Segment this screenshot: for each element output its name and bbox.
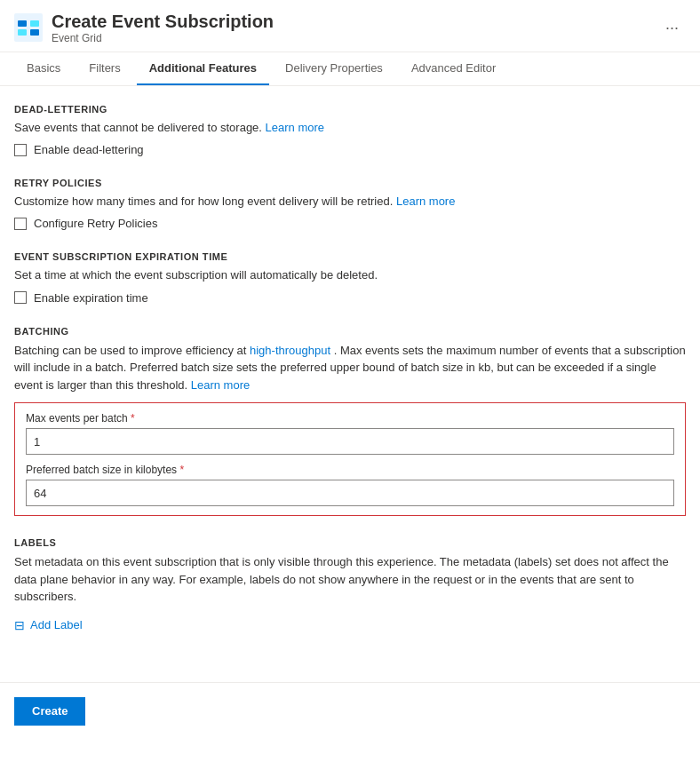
page-footer: Create [0, 682, 700, 740]
add-label-text: Add Label [30, 618, 83, 631]
batching-highlight: high-throughput [250, 344, 330, 357]
expiration-title: EVENT SUBSCRIPTION EXPIRATION TIME [14, 251, 686, 262]
retry-policies-learn-more[interactable]: Learn more [396, 194, 455, 208]
dead-lettering-checkbox-row: Enable dead-lettering [14, 143, 686, 156]
svg-rect-3 [18, 29, 27, 36]
retry-policies-title: RETRY POLICIES [14, 178, 686, 188]
expiration-desc: Set a time at which the event subscripti… [14, 267, 686, 283]
add-label-icon: ⊟ [14, 618, 25, 632]
more-options-button[interactable]: ··· [658, 15, 686, 41]
dead-lettering-checkbox[interactable] [14, 144, 27, 156]
retry-policies-checkbox-row: Configure Retry Policies [14, 217, 686, 230]
retry-policies-desc: Customize how many times and for how lon… [14, 194, 686, 210]
labels-section: LABELS Set metadata on this event subscr… [14, 537, 686, 636]
batching-title: BATCHING [14, 326, 686, 337]
tab-advanced-editor[interactable]: Advanced Editor [399, 52, 508, 85]
dead-lettering-section: DEAD-LETTERING Save events that cannot b… [14, 104, 686, 156]
batching-section: BATCHING Batching can be used to improve… [14, 326, 686, 517]
max-events-required: * [131, 412, 135, 425]
page-subtitle: Event Grid [52, 32, 658, 44]
dead-lettering-learn-more[interactable]: Learn more [266, 121, 324, 134]
batch-size-required: * [179, 464, 184, 476]
tab-additional-features[interactable]: Additional Features [137, 52, 269, 85]
dead-lettering-title: DEAD-LETTERING [14, 104, 686, 115]
retry-policies-checkbox[interactable] [14, 218, 27, 230]
svg-rect-1 [18, 20, 27, 27]
tab-delivery-properties[interactable]: Delivery Properties [273, 52, 395, 85]
expiration-checkbox-row: Enable expiration time [14, 291, 686, 305]
labels-desc: Set metadata on this event subscription … [14, 553, 686, 606]
expiration-checkbox[interactable] [14, 291, 27, 304]
max-events-label: Max events per batch * [26, 412, 674, 425]
svg-rect-4 [30, 29, 39, 36]
retry-policies-checkbox-label[interactable]: Configure Retry Policies [34, 217, 157, 230]
labels-title: LABELS [14, 537, 686, 548]
batching-fields-box: Max events per batch * Preferred batch s… [14, 402, 686, 516]
create-button[interactable]: Create [14, 697, 85, 726]
add-label-button[interactable]: ⊟ Add Label [14, 615, 83, 636]
event-grid-icon [14, 13, 43, 42]
batch-size-input[interactable] [26, 480, 674, 506]
expiration-section: EVENT SUBSCRIPTION EXPIRATION TIME Set a… [14, 251, 686, 304]
dead-lettering-desc: Save events that cannot be delivered to … [14, 120, 686, 136]
page-title: Create Event Subscription [52, 11, 658, 32]
header-text: Create Event Subscription Event Grid [52, 11, 658, 44]
page-header: Create Event Subscription Event Grid ··· [0, 0, 700, 52]
dead-lettering-checkbox-label[interactable]: Enable dead-lettering [34, 143, 144, 156]
batching-learn-more[interactable]: Learn more [191, 378, 250, 392]
tab-filters[interactable]: Filters [76, 52, 132, 85]
svg-rect-0 [14, 13, 43, 42]
tab-basics[interactable]: Basics [14, 52, 73, 85]
tab-bar: Basics Filters Additional Features Deliv… [0, 52, 700, 86]
main-content: DEAD-LETTERING Save events that cannot b… [0, 86, 700, 675]
batching-desc: Batching can be used to improve efficien… [14, 342, 686, 394]
svg-rect-2 [30, 20, 39, 27]
retry-policies-section: RETRY POLICIES Customize how many times … [14, 178, 686, 230]
max-events-input[interactable] [26, 428, 674, 455]
expiration-checkbox-label[interactable]: Enable expiration time [34, 291, 148, 305]
batch-size-label: Preferred batch size in kilobytes * [26, 464, 674, 476]
